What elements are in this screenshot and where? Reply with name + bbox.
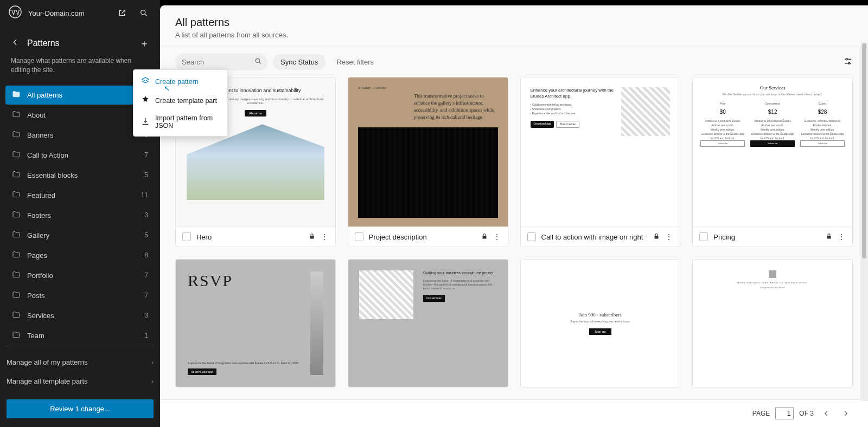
sidebar-item-all-patterns[interactable]: All patterns (5, 86, 155, 105)
chevron-right-icon: › (151, 358, 154, 366)
popover-icon (141, 95, 150, 106)
sidebar-item-team[interactable]: Team1 (5, 326, 155, 339)
pattern-card[interactable]: Enhance your architectural journey with … (520, 77, 681, 247)
nav-item-count: 1 (144, 332, 148, 339)
pattern-preview: Guiding your business through the projec… (348, 260, 508, 387)
pattern-preview: Home Solutions Team About Us Journal Con… (693, 260, 852, 387)
select-checkbox[interactable] (527, 232, 536, 241)
svg-point-0 (9, 6, 21, 18)
sidebar-item-banners[interactable]: Banners5 (5, 126, 155, 145)
scrollbar[interactable] (860, 42, 868, 401)
create-popover: Create pattern↖Create template partImpor… (133, 69, 228, 137)
nav-item-count: 7 (144, 151, 148, 159)
sidebar-item-portfolio[interactable]: Portfolio7 (5, 266, 155, 285)
main-panel: All patterns A list of all patterns from… (160, 5, 868, 427)
nav-item-count: 3 (144, 211, 148, 219)
filter-icon[interactable] (843, 56, 853, 68)
card-title: Project description (369, 233, 476, 241)
main-header: All patterns A list of all patterns from… (160, 5, 868, 47)
nav-item-count: 3 (144, 312, 148, 319)
sidebar-item-call-to-action[interactable]: Call to Action7 (5, 146, 155, 165)
nav-header: Patterns ＋ (0, 26, 160, 56)
add-pattern-button[interactable]: ＋ (139, 37, 149, 50)
search-icon[interactable] (136, 5, 151, 21)
sync-status-button[interactable]: Sync Status (273, 54, 326, 70)
open-site-icon[interactable] (114, 5, 130, 21)
sidebar-item-featured[interactable]: Featured11 (5, 186, 155, 205)
sidebar-item-essential-blocks[interactable]: Essential blocks5 (5, 166, 155, 185)
popover-item-create-template-part[interactable]: Create template part (133, 91, 227, 110)
svg-point-3 (846, 58, 847, 60)
nav-item-label: Pages (27, 251, 47, 260)
popover-item-create-pattern[interactable]: Create pattern↖ (133, 72, 227, 91)
actions-menu-icon[interactable]: ⋮ (493, 232, 501, 241)
manage-link[interactable]: Manage all template parts› (0, 372, 160, 391)
manage-label: Manage all of my patterns (7, 358, 88, 366)
site-name[interactable]: Your-Domain.com (28, 9, 108, 17)
search-input[interactable] (175, 54, 267, 70)
folder-icon (12, 150, 21, 160)
popover-item-import-pattern-from-json[interactable]: Import pattern from JSON (133, 110, 227, 134)
select-checkbox[interactable] (699, 232, 708, 241)
prev-page-icon[interactable] (819, 406, 833, 420)
folder-icon (12, 110, 21, 120)
nav-item-label: Services (27, 312, 54, 320)
actions-menu-icon[interactable]: ⋮ (321, 232, 329, 241)
nav-item-count: 11 (141, 191, 148, 199)
wordpress-logo-icon[interactable] (9, 5, 22, 21)
pattern-card[interactable]: Join 900+ subscribersStay in the loop wi… (520, 259, 681, 387)
pattern-preview: Enhance your architectural journey with … (521, 77, 680, 227)
pattern-card[interactable]: Guiding your business through the projec… (348, 259, 508, 387)
back-icon[interactable] (11, 38, 20, 49)
nav-item-label: All patterns (27, 91, 62, 99)
pattern-preview: Art Gallery — OverviewThis transformativ… (348, 77, 508, 227)
page-label: PAGE (752, 410, 770, 417)
page-input[interactable] (775, 407, 794, 419)
nav-item-label: Portfolio (27, 271, 53, 280)
pattern-grid-scroll[interactable]: ... mitment to innovation and sustainabi… (160, 77, 868, 399)
nav-item-count: 7 (144, 271, 148, 279)
svg-point-4 (848, 62, 850, 64)
card-footer: Hero ⋮ (176, 227, 335, 247)
popover-label: Import pattern from JSON (155, 114, 220, 130)
folder-icon (12, 310, 21, 321)
pattern-card[interactable]: Our ServicesWe offer flexible options, w… (692, 77, 853, 247)
manage-link[interactable]: Manage all of my patterns› (0, 353, 160, 372)
pattern-preview: Join 900+ subscribersStay in the loop wi… (521, 260, 680, 387)
select-checkbox[interactable] (355, 232, 363, 241)
sidebar-item-services[interactable]: Services3 (5, 306, 155, 325)
popover-icon (141, 76, 150, 87)
nav-item-label: Footers (27, 211, 51, 219)
topbar: Your-Domain.com (0, 0, 160, 26)
select-checkbox[interactable] (182, 232, 191, 241)
sidebar-item-about[interactable]: About8 (5, 106, 155, 125)
pattern-grid: ... mitment to innovation and sustainabi… (175, 77, 853, 387)
folder-icon (12, 190, 21, 200)
toolbar: Sync Status Reset filters (160, 47, 868, 77)
nav-item-label: Featured (27, 191, 55, 199)
popover-label: Create template part (155, 97, 217, 105)
actions-menu-icon[interactable]: ⋮ (838, 232, 846, 241)
actions-menu-icon[interactable]: ⋮ (665, 232, 673, 241)
sidebar-item-pages[interactable]: Pages8 (5, 246, 155, 265)
lock-icon (481, 233, 488, 241)
pattern-card[interactable]: RSVPExperience the fusion of imagination… (175, 259, 336, 387)
nav-item-count: 5 (144, 171, 148, 179)
reset-filters-button[interactable]: Reset filters (331, 55, 379, 69)
sidebar-item-gallery[interactable]: Gallery5 (5, 226, 155, 245)
nav-item-label: Gallery (27, 231, 49, 240)
sidebar-item-posts[interactable]: Posts7 (5, 286, 155, 305)
page-subtitle: A list of all patterns from all sources. (175, 31, 853, 39)
sidebar-item-footers[interactable]: Footers3 (5, 206, 155, 225)
search-icon[interactable] (254, 57, 262, 67)
review-changes-button[interactable]: Review 1 change... (7, 399, 154, 418)
pattern-preview: Our ServicesWe offer flexible options, w… (693, 77, 852, 227)
card-title: Hero (196, 233, 303, 241)
next-page-icon[interactable] (839, 406, 853, 420)
lock-icon (653, 233, 660, 241)
folder-icon (12, 90, 21, 100)
pattern-card[interactable]: Art Gallery — OverviewThis transformativ… (348, 77, 508, 247)
folder-icon (12, 270, 21, 281)
pattern-card[interactable]: Home Solutions Team About Us Journal Con… (692, 259, 853, 387)
folder-icon (12, 170, 21, 180)
